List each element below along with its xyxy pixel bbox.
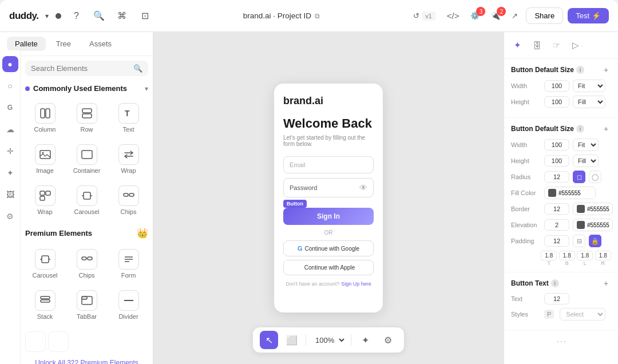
- signup-link[interactable]: Sign Up here: [341, 281, 371, 287]
- height-select-1[interactable]: FillFitFixed: [573, 96, 605, 108]
- element-column[interactable]: Column: [25, 98, 65, 137]
- styles-select[interactable]: Select: [560, 308, 605, 321]
- premium-stack[interactable]: Stack: [25, 286, 65, 325]
- align-tool[interactable]: ✦: [356, 331, 374, 349]
- plugin-icon[interactable]: 🔌 2: [488, 9, 504, 22]
- right-tab-play[interactable]: ▷: [567, 37, 584, 54]
- copy-icon[interactable]: ⧉: [315, 12, 320, 20]
- border-color-picker[interactable]: #555555: [573, 203, 613, 215]
- element-row[interactable]: Row: [67, 98, 106, 137]
- password-field[interactable]: Password 👁: [283, 178, 374, 197]
- element-text[interactable]: T Text: [109, 98, 148, 137]
- cursor-tool[interactable]: ↖: [260, 331, 278, 349]
- google-button[interactable]: G Continue with Google: [283, 240, 374, 256]
- test-button[interactable]: Test ⚡: [568, 8, 609, 23]
- radius-btn-square[interactable]: ◻: [573, 171, 585, 183]
- premium-header[interactable]: Premium Elements 👑: [25, 227, 148, 240]
- premium-divider[interactable]: Divider: [109, 286, 148, 325]
- padding-right-input[interactable]: [595, 251, 611, 260]
- premium-stack-icon: [35, 290, 56, 311]
- crosshair-icon[interactable]: ✛: [2, 143, 18, 159]
- search-icon[interactable]: 🔍: [91, 8, 107, 24]
- nodes-icon[interactable]: ✦: [2, 165, 18, 181]
- border-input[interactable]: [544, 203, 569, 215]
- element-carousel[interactable]: Carousel: [67, 181, 106, 220]
- width-input-2[interactable]: [544, 139, 569, 151]
- palette-icon[interactable]: ●: [2, 56, 18, 72]
- info-icon-3[interactable]: i: [551, 279, 559, 287]
- info-icon-1[interactable]: i: [576, 66, 584, 74]
- width-select-1[interactable]: FitFillFixed: [573, 80, 605, 92]
- premium-tabbar[interactable]: TabBar: [67, 286, 106, 325]
- command-icon[interactable]: ⌘: [114, 8, 130, 24]
- svg-rect-27: [82, 296, 87, 299]
- padding-left-input[interactable]: [577, 251, 593, 260]
- elevation-color-picker[interactable]: #555555: [573, 219, 613, 231]
- padding-lock-btn[interactable]: 🔒: [589, 235, 601, 247]
- padding-input[interactable]: [544, 235, 569, 247]
- elevation-row: Elevation #555555: [511, 219, 611, 231]
- width-input-1[interactable]: [544, 80, 569, 92]
- premium-chips[interactable]: Chips: [67, 244, 106, 283]
- text-input[interactable]: [544, 293, 569, 304]
- image-icon[interactable]: 🖼: [2, 187, 18, 203]
- apple-button[interactable]: Continue with Apple: [283, 260, 374, 275]
- padding-link-btn[interactable]: ⊟: [573, 235, 585, 247]
- zoom-select[interactable]: 100% 75% 50% 150%: [311, 333, 346, 347]
- layout-icon[interactable]: ⊡: [137, 8, 153, 24]
- section-2-header: Button Default Size i +: [511, 124, 611, 134]
- element-chips[interactable]: Chips: [109, 181, 148, 220]
- svg-rect-8: [40, 191, 45, 195]
- svg-point-6: [42, 152, 43, 154]
- radius-btn-circle[interactable]: ◯: [589, 171, 601, 183]
- phone-mockup: brand.ai Welcome Back Let's get started …: [274, 84, 383, 312]
- tab-assets[interactable]: Assets: [81, 37, 120, 51]
- element-wrap[interactable]: Wrap: [109, 140, 148, 179]
- element-image[interactable]: Image: [25, 140, 65, 179]
- fill-color-picker[interactable]: #555555: [544, 187, 596, 199]
- logo-caret[interactable]: ▾: [45, 12, 49, 20]
- commonly-used-header[interactable]: Commonly Used Elements ▾: [25, 83, 148, 94]
- signin-button[interactable]: Sign In: [283, 208, 374, 225]
- right-tab-data[interactable]: 🗄: [528, 37, 545, 54]
- element-container[interactable]: Container: [67, 140, 106, 179]
- svg-rect-3: [82, 114, 92, 118]
- search-input[interactable]: [31, 64, 130, 73]
- tab-tree[interactable]: Tree: [48, 37, 79, 51]
- circle-icon[interactable]: ○: [2, 78, 18, 94]
- add-icon-3[interactable]: +: [601, 278, 611, 288]
- tab-pallete[interactable]: Pallete: [7, 37, 46, 51]
- cloud-icon[interactable]: ☁: [2, 121, 18, 137]
- share-button[interactable]: Share: [526, 7, 563, 24]
- height-input-2[interactable]: [544, 155, 569, 167]
- add-icon-2[interactable]: +: [601, 124, 611, 134]
- email-field[interactable]: Email: [283, 156, 374, 173]
- help-icon[interactable]: ?: [68, 8, 84, 24]
- width-select-2[interactable]: FitFill: [573, 139, 599, 151]
- settings-tool[interactable]: ⚙: [379, 331, 397, 349]
- padding-bottom-input[interactable]: [559, 251, 575, 260]
- height-select-2[interactable]: FillFit: [573, 155, 599, 167]
- right-tab-interact[interactable]: ☞: [548, 37, 565, 54]
- unlock-button[interactable]: Unlock All 322 Premium Elements: [25, 354, 148, 364]
- radius-input[interactable]: [544, 171, 569, 183]
- device-tool[interactable]: ⬜: [283, 331, 301, 349]
- logo[interactable]: duddy.: [9, 10, 38, 22]
- gear-icon[interactable]: ⚙: [2, 208, 18, 224]
- info-icon-2[interactable]: i: [576, 125, 584, 133]
- premium-form[interactable]: Form: [109, 244, 148, 283]
- element-wrap2[interactable]: Wrap: [25, 181, 65, 220]
- google-icon[interactable]: G: [2, 100, 18, 116]
- padding-right: R: [595, 251, 612, 266]
- elevation-input[interactable]: [544, 219, 569, 231]
- right-tab-design[interactable]: ✦: [509, 37, 526, 54]
- section-dot: [25, 86, 30, 91]
- add-icon-1[interactable]: +: [601, 65, 611, 75]
- settings-icon[interactable]: ⚙️ 3: [467, 9, 483, 22]
- height-input-1[interactable]: [544, 96, 569, 108]
- history-icon[interactable]: ↺ v1: [410, 9, 439, 23]
- code-icon[interactable]: </>: [443, 9, 463, 23]
- padding-top-input[interactable]: [541, 251, 557, 260]
- premium-carousel[interactable]: Carousel: [25, 244, 65, 283]
- export-icon[interactable]: ↗: [508, 9, 521, 22]
